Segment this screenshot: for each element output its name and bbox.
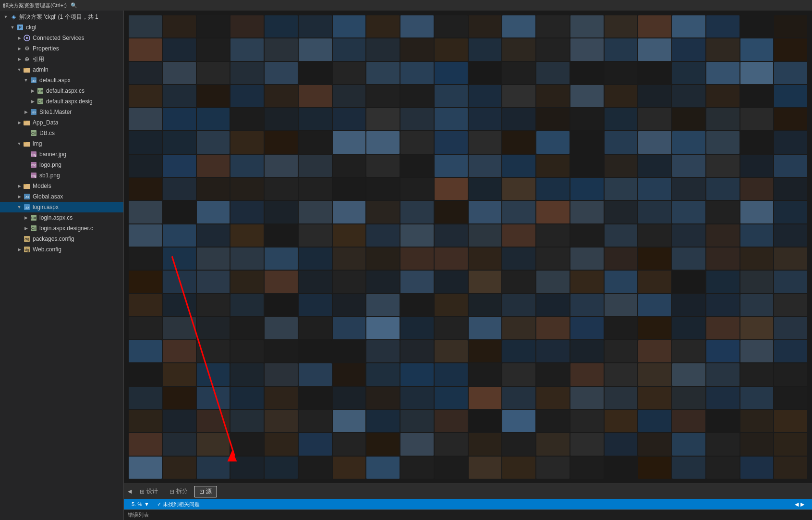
pixel-block (570, 155, 604, 177)
pixel-block (502, 433, 535, 455)
svg-text:img: img (31, 153, 36, 157)
pixel-block (740, 387, 774, 409)
pixel-block (605, 271, 638, 293)
tree-arrow-login-aspx-cs[interactable]: ▶ (22, 215, 30, 220)
tree-arrow-admin[interactable]: ▼ (15, 67, 23, 72)
tree-arrow-ckgl[interactable]: ▼ (9, 25, 16, 30)
tree-item-models[interactable]: ▶Models (0, 181, 123, 191)
pixel-block (230, 387, 264, 409)
tree-item-banner-jpg[interactable]: imgbanner.jpg (0, 149, 123, 160)
tree-item-db-cs[interactable]: C#DB.cs (0, 128, 123, 138)
tree-item-global-asax[interactable]: ▶.axGlobal.asax (0, 191, 123, 202)
tree-item-web-config[interactable]: ▶cfgWeb.config (0, 244, 123, 255)
tree-arrow-default-aspx[interactable]: ▼ (22, 78, 30, 83)
pixel-block (706, 224, 739, 247)
nav-prev-icon[interactable]: ◀ (795, 501, 799, 508)
tree-item-img[interactable]: ▼img (0, 138, 123, 149)
cs-icon-login-aspx-cs: C# (30, 214, 37, 222)
pixel-block (400, 433, 434, 455)
pixel-block (774, 131, 807, 153)
nav-arrows[interactable]: ◀ ▶ (791, 501, 808, 508)
pixel-block (299, 155, 332, 177)
pixel-block (536, 294, 570, 316)
svg-text:img: img (31, 163, 36, 167)
tree-item-properties[interactable]: ▶⚙Properties (0, 43, 123, 54)
tree-arrow-img[interactable]: ▼ (15, 141, 23, 146)
pixel-block (740, 457, 774, 479)
tab-split[interactable]: ⊟ 拆分 (164, 486, 193, 497)
pixel-block (400, 85, 434, 107)
pixel-block (706, 457, 739, 479)
tree-arrow-app-data[interactable]: ▶ (15, 120, 23, 125)
tree-item-admin[interactable]: ▼admin (0, 64, 123, 75)
pixel-block (129, 410, 162, 432)
pixel-block (469, 294, 502, 316)
tree-arrow-global-asax[interactable]: ▶ (15, 194, 23, 199)
tree-arrow-login-aspx-designer[interactable]: ▶ (22, 226, 30, 231)
tree-item-solution[interactable]: ▼◈解决方案 'ckgl' (1 个项目，共 1 (0, 12, 123, 22)
pixel-block (366, 178, 400, 200)
tree-item-login-aspx-cs[interactable]: ▶C#login.aspx.cs (0, 212, 123, 223)
tree-item-ckgl[interactable]: ▼Pckgl (0, 22, 123, 33)
pixel-block (672, 317, 705, 339)
tree-item-login-aspx-designer[interactable]: ▶C#login.aspx.designer.c (0, 223, 123, 234)
pixel-block (197, 85, 230, 107)
svg-rect-19 (24, 142, 26, 143)
pixel-block (638, 85, 671, 107)
tree-item-packages-config[interactable]: cfgpackages.config (0, 234, 123, 244)
tree-item-logo-png[interactable]: imglogo.png (0, 160, 123, 170)
pixel-block (400, 224, 434, 247)
pixel-block (740, 363, 774, 385)
pixel-block (163, 248, 196, 270)
pixel-block (435, 271, 468, 293)
tree-arrow-web-config[interactable]: ▶ (15, 247, 23, 252)
zoom-dropdown-icon[interactable]: ▼ (144, 501, 149, 507)
pixel-block (230, 271, 264, 293)
pixel-block (740, 85, 774, 107)
pixel-block (366, 224, 400, 247)
tree-item-sb1-png[interactable]: imgsb1.png (0, 170, 123, 181)
pixel-block (502, 15, 535, 37)
pixel-block (129, 15, 162, 37)
tree-arrow-site1-master[interactable]: ▶ (22, 110, 30, 114)
tree-item-default-aspx-cs[interactable]: ▶C#default.aspx.cs (0, 86, 123, 96)
tree-item-site1-master[interactable]: ▶.axSite1.Master (0, 107, 123, 117)
tree-item-default-aspx[interactable]: ▼.axdefault.aspx (0, 75, 123, 86)
pixel-block (536, 410, 570, 432)
tree-arrow-models[interactable]: ▶ (15, 184, 23, 188)
search-icon[interactable]: 🔍 (71, 2, 77, 9)
pixel-block (129, 387, 162, 409)
tree-arrow-default-aspx-designer[interactable]: ▶ (29, 99, 36, 104)
status-bar: 5. % ▼ ✓ 未找到相关问题 ◀ ▶ (124, 499, 812, 509)
tree-arrow-login-aspx[interactable]: ▼ (15, 205, 23, 210)
tree-arrow-references[interactable]: ▶ (15, 57, 23, 62)
pixel-block (299, 131, 332, 153)
pixel-block (536, 317, 570, 339)
pixel-block (163, 340, 196, 362)
tree-arrow-connected-services[interactable]: ▶ (15, 36, 23, 40)
pixel-block (774, 433, 807, 455)
tree-arrow-solution[interactable]: ▼ (2, 14, 10, 19)
pixel-block (366, 62, 400, 84)
nav-left-icon[interactable]: ◀ (126, 488, 133, 495)
tab-source[interactable]: ⊡ 源 (194, 486, 217, 497)
nav-next-icon[interactable]: ▶ (800, 501, 804, 508)
tree-item-default-aspx-designer[interactable]: ▶C#default.aspx.desig (0, 96, 123, 107)
pixel-block (502, 108, 535, 130)
tab-design[interactable]: ⊞ 设计 (134, 486, 163, 497)
pixel-block (435, 433, 468, 455)
tree-item-connected-services[interactable]: ▶Connected Services (0, 33, 123, 43)
pixel-block (570, 271, 604, 293)
tree-item-login-aspx[interactable]: ▼.axlogin.aspx (0, 202, 123, 212)
pixel-block (502, 363, 535, 385)
tree-item-app-data[interactable]: ▶App_Data (0, 117, 123, 128)
tree-item-references[interactable]: ▶⊕引用 (0, 54, 123, 64)
pixel-block (638, 38, 671, 61)
pixel-block (400, 363, 434, 385)
tree-arrow-properties[interactable]: ▶ (15, 46, 23, 51)
solution-explorer: ▼◈解决方案 'ckgl' (1 个项目，共 1▼Pckgl▶Connected… (0, 11, 124, 520)
tree-arrow-default-aspx-cs[interactable]: ▶ (29, 88, 36, 93)
pixel-block (366, 433, 400, 455)
solution-explorer-tree[interactable]: ▼◈解决方案 'ckgl' (1 个项目，共 1▼Pckgl▶Connected… (0, 11, 123, 520)
pixel-block (366, 248, 400, 270)
